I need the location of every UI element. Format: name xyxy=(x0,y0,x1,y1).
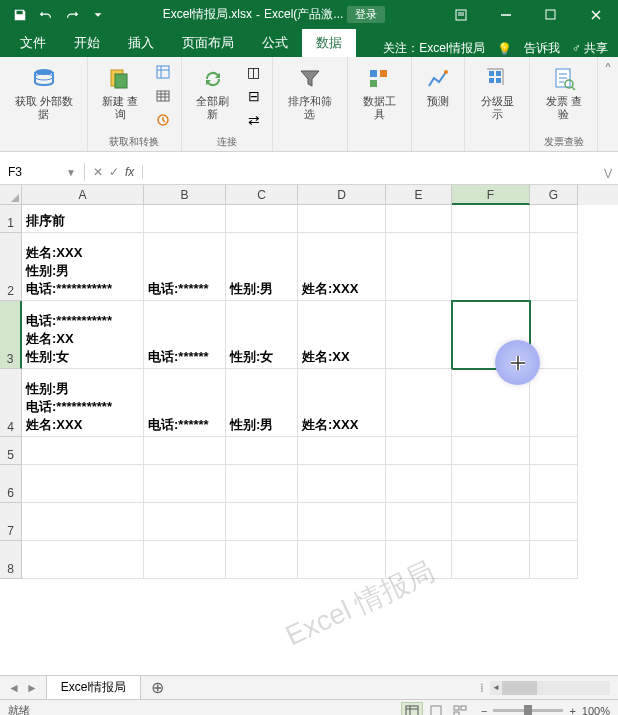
sheet-next-icon[interactable]: ► xyxy=(26,681,38,695)
connections-icon[interactable]: ◫ xyxy=(242,61,266,83)
col-header-F[interactable]: F xyxy=(452,185,530,205)
row-header-4[interactable]: 4 xyxy=(0,369,22,437)
cancel-formula-icon[interactable]: ✕ xyxy=(93,165,103,179)
cell-C2[interactable]: 性别:男 xyxy=(226,233,298,301)
maximize-icon[interactable] xyxy=(528,0,573,29)
cell-F2[interactable] xyxy=(452,233,530,301)
cell-B7[interactable] xyxy=(144,503,226,541)
fx-icon[interactable]: fx xyxy=(125,165,134,179)
ribbon-collapse-icon[interactable]: ˄ xyxy=(598,57,618,151)
cell-C1[interactable] xyxy=(226,205,298,233)
row-headers[interactable]: 12345678 xyxy=(0,205,22,579)
cell-G4[interactable] xyxy=(530,369,578,437)
cell-D8[interactable] xyxy=(298,541,386,579)
col-header-G[interactable]: G xyxy=(530,185,578,205)
cell-A5[interactable] xyxy=(22,437,144,465)
tab-insert[interactable]: 插入 xyxy=(114,29,168,57)
cell-E1[interactable] xyxy=(386,205,452,233)
horizontal-scrollbar[interactable] xyxy=(490,681,610,695)
add-sheet-button[interactable]: ⊕ xyxy=(141,678,174,697)
sheet-tab[interactable]: Excel情报局 xyxy=(46,676,141,699)
undo-icon[interactable] xyxy=(34,4,58,26)
cell-D7[interactable] xyxy=(298,503,386,541)
cell-E4[interactable] xyxy=(386,369,452,437)
cell-D5[interactable] xyxy=(298,437,386,465)
cell-C6[interactable] xyxy=(226,465,298,503)
cell-A8[interactable] xyxy=(22,541,144,579)
cell-D4[interactable]: 姓名:XXX xyxy=(298,369,386,437)
sheet-prev-icon[interactable]: ◄ xyxy=(8,681,20,695)
cell-D1[interactable] xyxy=(298,205,386,233)
cell-A3[interactable]: 电话:*********** 姓名:XX 性别:女 xyxy=(22,301,144,369)
formula-input[interactable] xyxy=(143,170,598,174)
edit-links-icon[interactable]: ⇄ xyxy=(242,109,266,131)
forecast-button[interactable]: 预测 xyxy=(418,61,458,112)
outline-button[interactable]: 分级显示 xyxy=(471,61,523,125)
cell-E6[interactable] xyxy=(386,465,452,503)
name-box[interactable]: F3▼ xyxy=(0,163,85,181)
cell-G5[interactable] xyxy=(530,437,578,465)
col-header-A[interactable]: A xyxy=(22,185,144,205)
close-icon[interactable] xyxy=(573,0,618,29)
col-header-C[interactable]: C xyxy=(226,185,298,205)
minimize-icon[interactable] xyxy=(483,0,528,29)
cell-G1[interactable] xyxy=(530,205,578,233)
cell-B1[interactable] xyxy=(144,205,226,233)
cell-grid[interactable]: 排序前姓名:XXX 性别:男 电话:***********电话:******性别… xyxy=(22,205,618,675)
cell-E8[interactable] xyxy=(386,541,452,579)
row-header-3[interactable]: 3 xyxy=(0,301,22,369)
zoom-slider[interactable] xyxy=(493,709,563,712)
spreadsheet[interactable]: ABCDEFG 12345678 排序前姓名:XXX 性别:男 电话:*****… xyxy=(0,185,618,675)
tab-share[interactable]: ♂ 共享 xyxy=(572,40,608,57)
cell-A1[interactable]: 排序前 xyxy=(22,205,144,233)
cell-E2[interactable] xyxy=(386,233,452,301)
tab-tellme[interactable]: 告诉我 xyxy=(524,40,560,57)
qat-customize-icon[interactable] xyxy=(86,4,110,26)
tellme-icon[interactable]: 💡 xyxy=(497,42,512,56)
cell-D3[interactable]: 姓名:XX xyxy=(298,301,386,369)
cell-A7[interactable] xyxy=(22,503,144,541)
sheet-nav[interactable]: ◄► xyxy=(0,681,46,695)
col-header-D[interactable]: D xyxy=(298,185,386,205)
cell-E7[interactable] xyxy=(386,503,452,541)
cell-A2[interactable]: 姓名:XXX 性别:男 电话:*********** xyxy=(22,233,144,301)
cell-G2[interactable] xyxy=(530,233,578,301)
properties-icon[interactable]: ⊟ xyxy=(242,85,266,107)
cell-A4[interactable]: 性别:男 电话:*********** 姓名:XXX xyxy=(22,369,144,437)
cell-G7[interactable] xyxy=(530,503,578,541)
row-header-8[interactable]: 8 xyxy=(0,541,22,579)
row-header-1[interactable]: 1 xyxy=(0,205,22,233)
cell-A6[interactable] xyxy=(22,465,144,503)
from-table-icon[interactable] xyxy=(151,85,175,107)
save-icon[interactable] xyxy=(8,4,32,26)
chevron-down-icon[interactable]: ▼ xyxy=(66,167,76,178)
col-header-E[interactable]: E xyxy=(386,185,452,205)
cell-C8[interactable] xyxy=(226,541,298,579)
cell-C3[interactable]: 性别:女 xyxy=(226,301,298,369)
cell-F1[interactable] xyxy=(452,205,530,233)
tab-file[interactable]: 文件 xyxy=(6,29,60,57)
select-all-corner[interactable] xyxy=(0,185,22,205)
zoom-out-button[interactable]: − xyxy=(481,705,487,716)
ribbon-options-icon[interactable] xyxy=(438,0,483,29)
recent-sources-icon[interactable] xyxy=(151,109,175,131)
refresh-all-button[interactable]: 全部刷新 xyxy=(188,61,238,125)
cell-F6[interactable] xyxy=(452,465,530,503)
get-external-data-button[interactable]: 获取 外部数据 xyxy=(6,61,81,125)
tab-home[interactable]: 开始 xyxy=(60,29,114,57)
row-header-5[interactable]: 5 xyxy=(0,437,22,465)
row-header-7[interactable]: 7 xyxy=(0,503,22,541)
cell-C5[interactable] xyxy=(226,437,298,465)
row-header-6[interactable]: 6 xyxy=(0,465,22,503)
new-query-button[interactable]: 新建 查询 xyxy=(94,61,147,125)
cell-G8[interactable] xyxy=(530,541,578,579)
cell-C7[interactable] xyxy=(226,503,298,541)
cell-E3[interactable] xyxy=(386,301,452,369)
data-tools-button[interactable]: 数据工具 xyxy=(354,61,406,125)
sort-filter-button[interactable]: 排序和筛选 xyxy=(279,61,341,125)
show-queries-icon[interactable] xyxy=(151,61,175,83)
page-break-view-icon[interactable] xyxy=(449,702,471,716)
accept-formula-icon[interactable]: ✓ xyxy=(109,165,119,179)
login-badge[interactable]: 登录 xyxy=(347,6,385,23)
formula-expand-icon[interactable]: ⋁ xyxy=(598,167,618,178)
